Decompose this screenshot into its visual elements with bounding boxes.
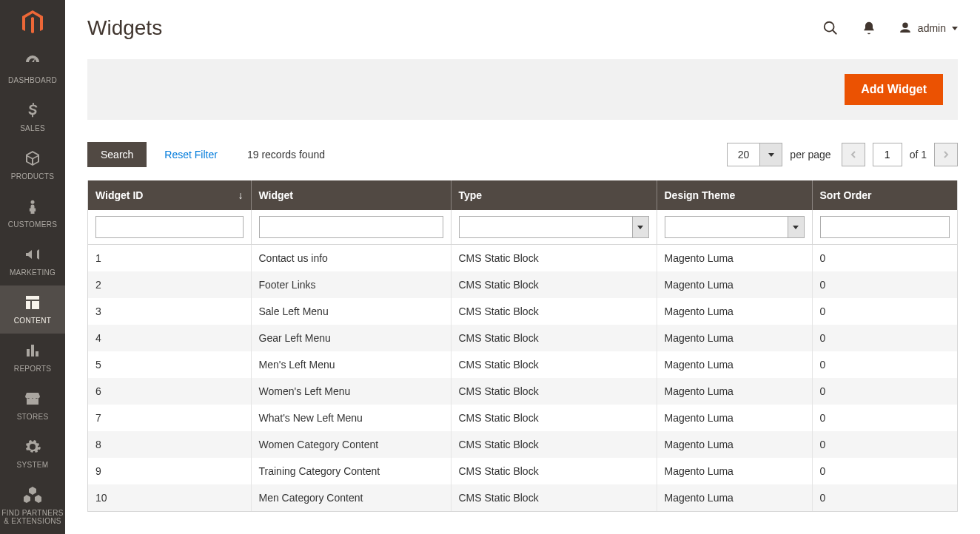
chevron-right-icon	[942, 151, 950, 158]
sidebar-item-person[interactable]: CUSTOMERS	[0, 189, 65, 237]
svg-rect-2	[31, 345, 34, 356]
cell-sort: 0	[812, 378, 957, 405]
person-icon	[23, 197, 42, 216]
cell-sort: 0	[812, 484, 957, 511]
cell-id: 2	[88, 271, 251, 298]
cell-theme: Magento Luma	[657, 405, 812, 431]
sidebar-item-cubes[interactable]: FIND PARTNERS & EXTENSIONS	[0, 478, 65, 534]
table-row[interactable]: 9Training Category ContentCMS Static Blo…	[88, 458, 957, 484]
table-row[interactable]: 10Men Category ContentCMS Static BlockMa…	[88, 484, 957, 511]
sidebar-item-label: FIND PARTNERS & EXTENSIONS	[1, 509, 64, 525]
column-header-theme[interactable]: Design Theme	[657, 180, 812, 210]
cell-type: CMS Static Block	[451, 271, 657, 298]
cell-sort: 0	[812, 325, 957, 351]
sidebar-item-dollar[interactable]: SALES	[0, 93, 65, 141]
table-row[interactable]: 3Sale Left MenuCMS Static BlockMagento L…	[88, 298, 957, 325]
sidebar-item-layout[interactable]: CONTENT	[0, 285, 65, 334]
account-menu[interactable]: admin	[899, 21, 958, 35]
notifications-icon[interactable]	[860, 19, 878, 37]
cell-sort: 0	[812, 458, 957, 484]
user-icon	[899, 21, 912, 35]
table-row[interactable]: 7What's New Left MenuCMS Static BlockMag…	[88, 405, 957, 431]
add-widget-button[interactable]: Add Widget	[845, 74, 943, 105]
of-pages-label: of 1	[910, 149, 927, 160]
sidebar-item-bars[interactable]: REPORTS	[0, 334, 65, 382]
records-found-label: 19 records found	[247, 149, 325, 160]
cell-sort: 0	[812, 298, 957, 325]
sidebar-item-megaphone[interactable]: MARKETING	[0, 237, 65, 285]
magento-logo-icon	[21, 10, 44, 36]
cell-widget: Contact us info	[251, 245, 451, 272]
sidebar-item-label: SYSTEM	[17, 461, 49, 469]
cell-theme: Magento Luma	[657, 298, 812, 325]
cell-id: 4	[88, 325, 251, 351]
sidebar-item-storefront[interactable]: STORES	[0, 382, 65, 430]
table-row[interactable]: 5Men's Left MenuCMS Static BlockMagento …	[88, 351, 957, 378]
sidebar-item-box[interactable]: PRODUCTS	[0, 141, 65, 189]
cell-id: 6	[88, 378, 251, 405]
cell-sort: 0	[812, 351, 957, 378]
svg-point-4	[825, 22, 834, 32]
cell-theme: Magento Luma	[657, 325, 812, 351]
cell-type: CMS Static Block	[451, 245, 657, 272]
cell-type: CMS Static Block	[451, 405, 657, 431]
sidebar-item-label: DASHBOARD	[8, 76, 57, 84]
current-page-input[interactable]	[873, 143, 902, 166]
sidebar-item-label: PRODUCTS	[11, 172, 55, 180]
magento-logo[interactable]	[0, 0, 65, 45]
column-header-id[interactable]: Widget ID ↓	[88, 180, 251, 210]
cell-widget: Men's Left Menu	[251, 351, 451, 378]
table-row[interactable]: 2Footer LinksCMS Static BlockMagento Lum…	[88, 271, 957, 298]
svg-point-0	[31, 200, 35, 204]
action-bar: Add Widget	[87, 59, 958, 120]
sidebar-item-dashboard[interactable]: DASHBOARD	[0, 45, 65, 93]
per-page-value: 20	[728, 143, 760, 166]
next-page-button[interactable]	[934, 143, 958, 166]
column-header-type[interactable]: Type	[451, 180, 657, 210]
cell-theme: Magento Luma	[657, 378, 812, 405]
cell-widget: What's New Left Menu	[251, 405, 451, 431]
cell-id: 7	[88, 405, 251, 431]
chevron-down-icon	[632, 217, 648, 237]
column-header-widget[interactable]: Widget	[251, 180, 451, 210]
cell-theme: Magento Luma	[657, 245, 812, 272]
search-icon[interactable]	[822, 19, 839, 37]
cell-id: 5	[88, 351, 251, 378]
dollar-icon	[23, 101, 42, 120]
page-title: Widgets	[87, 16, 162, 40]
cell-theme: Magento Luma	[657, 271, 812, 298]
table-row[interactable]: 1Contact us infoCMS Static BlockMagento …	[88, 245, 957, 272]
svg-rect-1	[27, 349, 30, 356]
cell-type: CMS Static Block	[451, 351, 657, 378]
chevron-down-icon	[788, 217, 804, 237]
filter-id-input[interactable]	[95, 216, 244, 238]
filter-type-select[interactable]	[459, 216, 649, 238]
chevron-left-icon	[850, 151, 857, 158]
table-row[interactable]: 4Gear Left MenuCMS Static BlockMagento L…	[88, 325, 957, 351]
filter-sort-input[interactable]	[820, 216, 950, 238]
sidebar-item-gear[interactable]: SYSTEM	[0, 430, 65, 478]
svg-rect-3	[36, 351, 38, 356]
per-page-select[interactable]: 20	[727, 143, 783, 166]
sidebar-item-label: CONTENT	[14, 317, 51, 325]
search-button[interactable]: Search	[87, 142, 147, 167]
filter-widget-input[interactable]	[259, 216, 443, 238]
chevron-down-icon	[759, 143, 782, 166]
column-header-sort[interactable]: Sort Order	[812, 180, 957, 210]
table-row[interactable]: 8Women Category ContentCMS Static BlockM…	[88, 431, 957, 458]
filter-theme-select[interactable]	[665, 216, 805, 238]
cell-type: CMS Static Block	[451, 298, 657, 325]
box-icon	[23, 149, 42, 168]
chevron-down-icon	[952, 27, 958, 30]
table-row[interactable]: 6Women's Left MenuCMS Static BlockMagent…	[88, 378, 957, 405]
cubes-icon	[23, 485, 42, 504]
sidebar-item-label: CUSTOMERS	[8, 220, 57, 229]
prev-page-button[interactable]	[842, 143, 865, 166]
svg-line-5	[833, 30, 837, 35]
cell-id: 10	[88, 484, 251, 511]
main-content: Widgets admin Add Widget	[65, 0, 980, 534]
admin-sidebar: DASHBOARDSALESPRODUCTSCUSTOMERSMARKETING…	[0, 0, 65, 534]
cell-sort: 0	[812, 271, 957, 298]
cell-widget: Women Category Content	[251, 431, 451, 458]
reset-filter-link[interactable]: Reset Filter	[164, 149, 218, 160]
